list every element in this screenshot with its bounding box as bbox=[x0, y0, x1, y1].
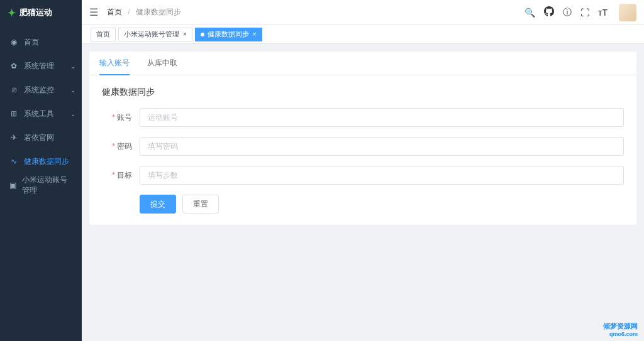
form-row-password: *密码 bbox=[102, 137, 624, 156]
reset-button[interactable]: 重置 bbox=[182, 195, 219, 214]
target-input[interactable] bbox=[140, 166, 624, 185]
tab-label: 小米运动账号管理 bbox=[124, 30, 179, 39]
breadcrumb: 首页 / 健康数据同步 bbox=[107, 7, 525, 18]
sidebar-item-health-sync[interactable]: ∿ 健康数据同步 bbox=[0, 149, 82, 173]
chevron-down-icon: ⌄ bbox=[70, 63, 75, 70]
target-label: *目标 bbox=[102, 170, 140, 181]
chevron-down-icon: ⌄ bbox=[70, 87, 75, 94]
submit-button[interactable]: 提交 bbox=[140, 195, 176, 214]
form-row-account: *账号 bbox=[102, 108, 624, 127]
form-section: 健康数据同步 *账号 *密码 *目标 提交 重置 bbox=[89, 75, 636, 225]
sidebar: ✦ 肥猫运动 ◉ 首页 ✿ 系统管理 ⌄ ⎚ 系统监控 ⌄ ⊞ 系统工具 ⌄ bbox=[0, 0, 82, 341]
header-actions: 🔍 ⓘ ⛶ тT bbox=[525, 4, 636, 21]
sidebar-item-home[interactable]: ◉ 首页 bbox=[0, 30, 82, 54]
watermark-text: 倾梦资源网 bbox=[603, 322, 638, 330]
fullscreen-icon[interactable]: ⛶ bbox=[580, 8, 589, 18]
chevron-down-icon: ⌄ bbox=[70, 111, 75, 117]
search-icon[interactable]: 🔍 bbox=[525, 8, 535, 18]
tab-label: 健康数据同步 bbox=[208, 30, 249, 39]
hamburger-icon[interactable]: ☰ bbox=[89, 6, 98, 18]
help-icon[interactable]: ⓘ bbox=[563, 7, 572, 18]
home-icon: ◉ bbox=[9, 38, 19, 46]
content-area: 输入账号 从库中取 健康数据同步 *账号 *密码 bbox=[82, 44, 644, 341]
account-label: *账号 bbox=[102, 112, 140, 123]
inner-tab-label: 从库中取 bbox=[147, 58, 177, 67]
tab-home[interactable]: 首页 bbox=[91, 28, 116, 41]
logo-icon: ✦ bbox=[8, 7, 16, 19]
logo: ✦ 肥猫运动 bbox=[0, 0, 82, 25]
inner-tab-input-account[interactable]: 输入账号 bbox=[99, 51, 130, 75]
tools-icon: ⊞ bbox=[9, 109, 19, 118]
inner-tab-from-library[interactable]: 从库中取 bbox=[147, 51, 177, 75]
gear-icon: ✿ bbox=[9, 62, 19, 70]
sidebar-menu: ◉ 首页 ✿ 系统管理 ⌄ ⎚ 系统监控 ⌄ ⊞ 系统工具 ⌄ ✈ 若依官网 bbox=[0, 25, 82, 341]
tabs-bar: 首页 小米运动账号管理 × 健康数据同步 × bbox=[82, 25, 644, 44]
close-icon[interactable]: × bbox=[253, 31, 257, 38]
breadcrumb-current: 健康数据同步 bbox=[136, 8, 181, 16]
tab-label: 首页 bbox=[96, 30, 110, 39]
tab-xiaomi-account[interactable]: 小米运动账号管理 × bbox=[118, 28, 192, 41]
avatar[interactable] bbox=[619, 4, 636, 21]
sidebar-item-system-monitor[interactable]: ⎚ 系统监控 ⌄ bbox=[0, 78, 82, 102]
sidebar-item-system-tools[interactable]: ⊞ 系统工具 ⌄ bbox=[0, 102, 82, 126]
form-card: 输入账号 从库中取 健康数据同步 *账号 *密码 bbox=[89, 51, 636, 225]
tab-health-sync[interactable]: 健康数据同步 × bbox=[195, 28, 262, 41]
sidebar-item-label: 系统监控 bbox=[24, 85, 54, 95]
sidebar-item-label: 健康数据同步 bbox=[24, 156, 69, 167]
font-size-icon[interactable]: тT bbox=[598, 8, 608, 18]
form-actions: 提交 重置 bbox=[102, 195, 624, 214]
main-area: ☰ 首页 / 健康数据同步 🔍 ⓘ ⛶ тT 首页 小米运动账号管理 × bbox=[82, 0, 644, 341]
monitor-icon: ⎚ bbox=[9, 85, 19, 94]
sidebar-item-label: 首页 bbox=[24, 37, 39, 48]
sidebar-item-label: 小米运动账号管理 bbox=[22, 175, 73, 196]
sync-icon: ∿ bbox=[9, 157, 19, 166]
user-icon: ▣ bbox=[9, 181, 17, 190]
breadcrumb-separator: / bbox=[128, 8, 130, 16]
plane-icon: ✈ bbox=[9, 133, 19, 142]
form-row-target: *目标 bbox=[102, 166, 624, 185]
sidebar-item-system-manage[interactable]: ✿ 系统管理 ⌄ bbox=[0, 54, 82, 78]
form-title: 健康数据同步 bbox=[102, 87, 624, 98]
breadcrumb-home[interactable]: 首页 bbox=[107, 8, 122, 16]
close-icon[interactable]: × bbox=[183, 31, 187, 38]
github-icon[interactable] bbox=[544, 6, 554, 18]
app-name: 肥猫运动 bbox=[19, 7, 52, 18]
sidebar-item-label: 系统工具 bbox=[24, 109, 54, 119]
inner-tab-label: 输入账号 bbox=[99, 58, 130, 67]
watermark-url: qmo6.com bbox=[603, 331, 638, 337]
sidebar-item-xiaomi-account[interactable]: ▣ 小米运动账号管理 bbox=[0, 173, 82, 197]
watermark: 倾梦资源网 qmo6.com bbox=[603, 322, 638, 337]
sidebar-item-label: 若依官网 bbox=[24, 133, 54, 143]
inner-tabs: 输入账号 从库中取 bbox=[89, 51, 636, 75]
account-input[interactable] bbox=[140, 108, 624, 127]
sidebar-item-label: 系统管理 bbox=[24, 61, 54, 72]
header: ☰ 首页 / 健康数据同步 🔍 ⓘ ⛶ тT bbox=[82, 0, 644, 25]
active-dot-icon bbox=[201, 33, 204, 36]
password-input[interactable] bbox=[140, 137, 624, 156]
password-label: *密码 bbox=[102, 141, 140, 152]
sidebar-item-ruoyi-site[interactable]: ✈ 若依官网 bbox=[0, 126, 82, 149]
